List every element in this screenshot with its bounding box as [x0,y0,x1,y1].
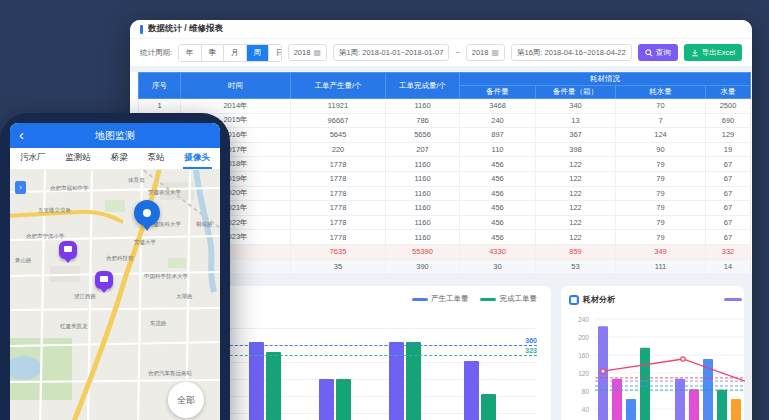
table-cell: 5656 [386,128,460,143]
start-week-input[interactable]: 第1周: 2018-01-01~2018-01-07 [333,44,449,61]
map-label: 桐城路 [195,221,213,228]
table-cell: 2500 [706,99,751,114]
table-row[interactable]: 92022年177811604561227967 [139,215,751,230]
camera-pin[interactable] [95,271,113,289]
table-cell: 67 [706,157,751,172]
end-year-select[interactable]: 2018 ▦ [466,44,505,61]
end-week-value: 第16周: 2018-04-16~2018-04-22 [517,48,626,58]
table-cell: 19 [706,142,751,157]
table-cell: 14 [706,259,751,274]
svg-text:80: 80 [582,388,590,395]
map-label: 望江西路 [74,293,97,300]
col-time[interactable]: 时间 [181,73,291,99]
table-cell: 110 [460,142,536,157]
table-cell: 456 [460,201,536,216]
period-option-日[interactable]: 日 [269,45,282,61]
legend-item[interactable]: 产生工单量 [412,294,469,304]
table-cell: 1778 [291,230,386,245]
table-cell: 55390 [386,244,460,259]
camera-pin[interactable] [59,241,77,259]
table-cell: 1160 [386,201,460,216]
phone-tab-桥梁[interactable]: 桥梁 [109,148,130,169]
table-cell: 1778 [291,215,386,230]
back-icon[interactable]: ‹ [19,124,24,146]
table-cell: 67 [706,230,751,245]
search-icon [645,49,653,57]
phone-mockup: ‹ 地图监测 污水厂监测站桥梁泵站摄像头 [0,113,230,420]
table-cell: 122 [536,186,616,201]
table-cell: 129 [706,128,751,143]
col-sub-2[interactable]: 耗水量 [616,86,706,99]
map-expand-button[interactable]: › [15,181,26,194]
col-seq[interactable]: 序号 [139,73,181,99]
export-excel-button[interactable]: 导出Excel [684,44,742,61]
phone-tab-污水厂[interactable]: 污水厂 [18,148,48,169]
table-cell: 124 [616,128,706,143]
map-label: 东流路 [149,320,167,327]
phone-tab-监测站[interactable]: 监测站 [63,148,93,169]
table-row[interactable]: 62019年177811604561227967 [139,171,751,186]
map-label: 合肥市福和中学 [50,185,89,192]
svg-text:200: 200 [578,334,589,341]
phone-tab-泵站[interactable]: 泵站 [146,148,167,169]
table-cell: 786 [386,113,460,128]
table-cell: 96667 [291,113,386,128]
table-cell: 690 [706,113,751,128]
table-cell: 67 [706,215,751,230]
table-cell: 11921 [291,99,386,114]
start-year-select[interactable]: 2018 ▦ [288,44,327,61]
map-view[interactable]: 体育局安徽农业大学合肥市福和中学五里墩立交桥桐城路安徽医科大学合肥市宁溪小学安徽… [10,170,220,420]
svg-text:40: 40 [582,406,590,413]
map-label: 黄山路 [15,257,32,263]
workorder-chart-legend: 产生工单量完成工单量 [412,294,537,304]
table-cell: 3468 [460,99,536,114]
period-segmented-control[interactable]: 年季月周日 [178,44,282,62]
col-completed[interactable]: 工单完成量/个 [386,73,460,99]
search-button[interactable]: 查询 [638,44,678,61]
period-option-季[interactable]: 季 [202,45,225,61]
reference-line-label: 360 [525,337,537,344]
col-sub-0[interactable]: 备件量 [460,86,536,99]
table-row[interactable]: 42017年2202071103989019 [139,142,751,157]
end-week-input[interactable]: 第16周: 2018-04-16~2018-04-22 [511,44,632,61]
map-label: 安徽农业大学 [148,189,182,196]
table-row[interactable]: 72020年177811604561227967 [139,186,751,201]
table-cell: 340 [536,99,616,114]
table-row[interactable]: 82021年177811604561227967 [139,201,751,216]
table-cell: 7 [616,113,706,128]
period-option-月[interactable]: 月 [224,45,247,61]
col-sub-1[interactable]: 备件量（箱） [536,86,616,99]
table-row[interactable]: 52018年177811604561227967 [139,157,751,172]
col-sub-3[interactable]: 水量 [706,86,751,99]
col-created[interactable]: 工单产生量/个 [291,73,386,99]
table-cell: 456 [460,230,536,245]
breadcrumb: 数据统计 / 维修报表 [148,23,223,35]
table-row[interactable]: 22015年96667786240137690 [139,113,751,128]
consumables-chart-legend-swatch [724,298,742,301]
phone-screen: ‹ 地图监测 污水厂监测站桥梁泵站摄像头 [10,123,220,420]
table-cell: 1160 [386,186,460,201]
table-cell: 332 [706,244,751,259]
table-cell: 122 [536,157,616,172]
phone-tab-摄像头[interactable]: 摄像头 [183,148,213,169]
legend-item[interactable]: 完成工单量 [480,294,537,304]
period-option-年[interactable]: 年 [179,45,202,61]
table-cell: 79 [616,215,706,230]
table-row[interactable]: 12014年1192111603468340702500 [139,99,751,114]
table-cell: 456 [460,186,536,201]
legend-label: 完成工单量 [499,294,537,303]
period-option-周[interactable]: 周 [247,45,270,61]
table-row[interactable]: 32016年56455656897367124129 [139,128,751,143]
screenshot-stage: 数据统计 / 维修报表 统计周期: 年季月周日 2018 ▦ 第1周: 2018… [0,0,769,420]
table-cell: 122 [536,171,616,186]
consumables-chart-title-row: ▦ 耗材分析 [561,286,744,305]
bar-completed [406,342,421,420]
table-row[interactable]: 102023年177811604561227967 [139,230,751,245]
avg-row: 平均值35390305311114 [139,259,751,274]
selected-location-pin[interactable] [134,200,160,226]
show-all-button[interactable]: 全部 [168,382,204,418]
col-group-consumables[interactable]: 耗材情况 [460,73,751,86]
legend-swatch [412,298,428,301]
breadcrumb-accent [140,25,143,34]
table-cell: 4330 [460,244,536,259]
